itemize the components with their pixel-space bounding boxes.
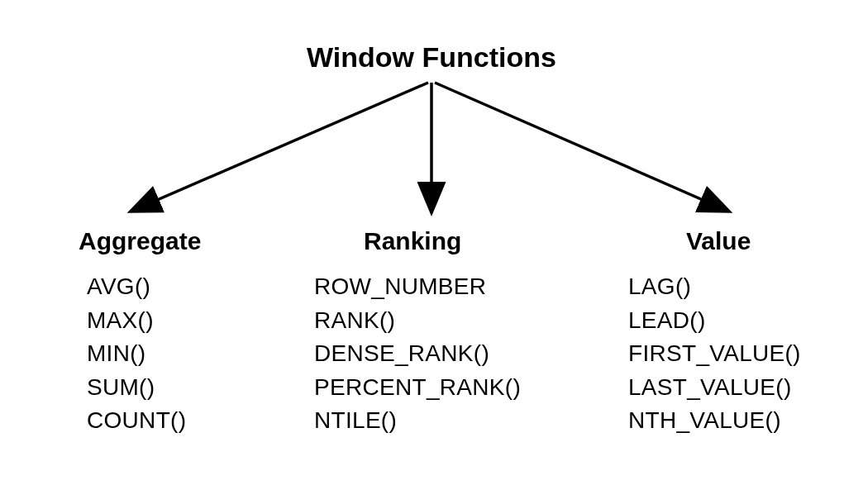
- function-item: DENSE_RANK(): [314, 337, 521, 371]
- function-item: RANK(): [314, 304, 521, 338]
- function-item: PERCENT_RANK(): [314, 371, 521, 405]
- function-item: LEAD(): [628, 304, 801, 338]
- svg-line-3: [435, 83, 727, 211]
- function-item: COUNT(): [87, 404, 201, 438]
- category-aggregate: Aggregate AVG() MAX() MIN() SUM() COUNT(…: [79, 227, 201, 438]
- function-item: LAST_VALUE(): [628, 371, 801, 405]
- function-item: NTH_VALUE(): [628, 404, 801, 438]
- function-item: AVG(): [87, 270, 201, 304]
- category-value: Value LAG() LEAD() FIRST_VALUE() LAST_VA…: [628, 227, 801, 438]
- function-item: NTILE(): [314, 404, 521, 438]
- diagram-arrows: [0, 78, 863, 219]
- category-title-aggregate: Aggregate: [79, 227, 201, 255]
- category-title-ranking: Ranking: [364, 227, 521, 255]
- function-item: ROW_NUMBER: [314, 270, 521, 304]
- function-list-aggregate: AVG() MAX() MIN() SUM() COUNT(): [87, 270, 201, 438]
- diagram-title: Window Functions: [307, 41, 556, 74]
- svg-line-1: [132, 83, 428, 211]
- function-item: MIN(): [87, 337, 201, 371]
- function-item: FIRST_VALUE(): [628, 337, 801, 371]
- function-item: LAG(): [628, 270, 801, 304]
- function-list-value: LAG() LEAD() FIRST_VALUE() LAST_VALUE() …: [628, 270, 801, 438]
- category-ranking: Ranking ROW_NUMBER RANK() DENSE_RANK() P…: [314, 227, 521, 438]
- function-list-ranking: ROW_NUMBER RANK() DENSE_RANK() PERCENT_R…: [314, 270, 521, 438]
- category-title-value: Value: [686, 227, 801, 255]
- function-item: SUM(): [87, 371, 201, 405]
- function-item: MAX(): [87, 304, 201, 338]
